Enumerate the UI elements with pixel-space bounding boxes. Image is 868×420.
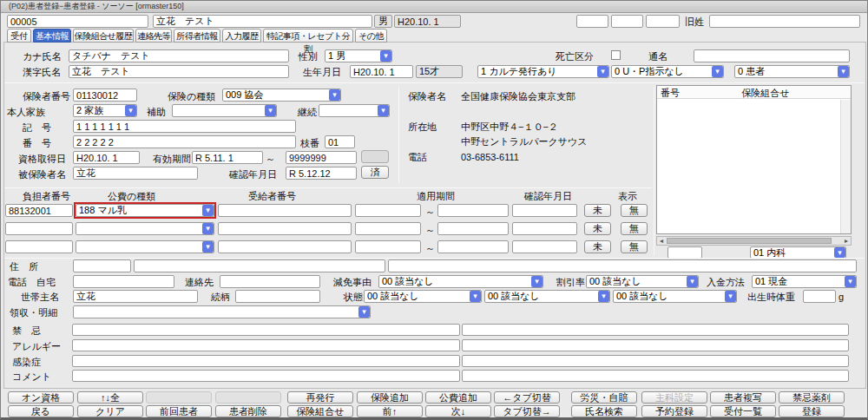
patient-registration-window: (P02)患者登録−患者登録 - ソーソー [ormaster150] 旧姓 受… [0, 0, 868, 420]
old-name-label: 旧姓 [685, 16, 704, 27]
add-kohi-button[interactable]: 公費追加 [425, 391, 491, 404]
back-button[interactable]: 戻る [8, 405, 74, 417]
tab-nyuryoku-rireki[interactable]: 入力履歴 [222, 29, 261, 43]
tab-hoken-kumiawase-rireki[interactable]: 保険組合せ履歴 [73, 29, 134, 43]
contraindicated-drug-button[interactable]: 禁忌薬剤 [779, 391, 845, 404]
insurance-combination-button[interactable]: 保険組合せ [287, 405, 353, 417]
reissue-button[interactable]: 再発行 [287, 391, 353, 404]
tab-shotokusha-joho[interactable]: 所得者情報 [174, 29, 220, 43]
patient-sex-field [374, 15, 392, 28]
header-small-field-3[interactable] [646, 15, 680, 28]
online-eligibility-button[interactable]: オン資格 [8, 391, 74, 404]
tab-sonota[interactable]: その他 [355, 29, 387, 43]
tab-switch-left-button[interactable]: ←タブ切替 [494, 391, 560, 404]
empty-slot [215, 391, 281, 404]
register-button[interactable]: 登録 [779, 405, 845, 417]
previous-button[interactable]: 前↑ [357, 405, 423, 417]
add-insurance-button[interactable]: 保険追加 [357, 391, 423, 404]
patient-name-field[interactable] [153, 15, 372, 28]
header-small-field-1[interactable] [576, 15, 608, 28]
reception-list-button[interactable]: 受付一覧 [710, 405, 776, 417]
next-button[interactable]: 次↓ [425, 405, 491, 417]
copy-patient-button[interactable]: 患者複写 [710, 391, 776, 404]
clear-button[interactable]: クリア [77, 405, 143, 417]
tab-kihon-joho[interactable]: 基本情報 [33, 29, 71, 43]
delete-patient-button[interactable]: 患者削除 [215, 405, 281, 417]
patient-id-field[interactable] [7, 15, 148, 28]
tab-uketsuke[interactable]: 受付 [7, 29, 31, 43]
name-search-button[interactable]: 氏名検索 [571, 405, 637, 417]
updown-all-button[interactable]: ↑↓全 [77, 391, 143, 404]
tab-content-panel [3, 42, 866, 389]
tab-switch-right-button[interactable]: タブ切替→ [494, 405, 560, 417]
title-bar: (P02)患者登録−患者登録 - ソーソー [ormaster150] [1, 1, 867, 13]
header-small-field-2[interactable] [611, 15, 643, 28]
tab-renrakusaki[interactable]: 連絡先等 [135, 29, 172, 43]
old-name-field[interactable] [709, 15, 860, 28]
reservation-button[interactable]: 予約登録 [641, 405, 707, 417]
rousai-jibai-button[interactable]: 労災・自賠 [571, 391, 637, 404]
previous-patient-button[interactable]: 前回患者 [146, 405, 212, 417]
window-title: (P02)患者登録−患者登録 - ソーソー [ormaster150] [9, 2, 184, 10]
patient-birthdate-field [394, 15, 461, 28]
tab-tokki-jiko[interactable]: 特記事項・レセプト分割 [263, 29, 353, 43]
main-dept-setting-button: 主科設定 [641, 391, 707, 404]
empty-slot [146, 391, 212, 404]
